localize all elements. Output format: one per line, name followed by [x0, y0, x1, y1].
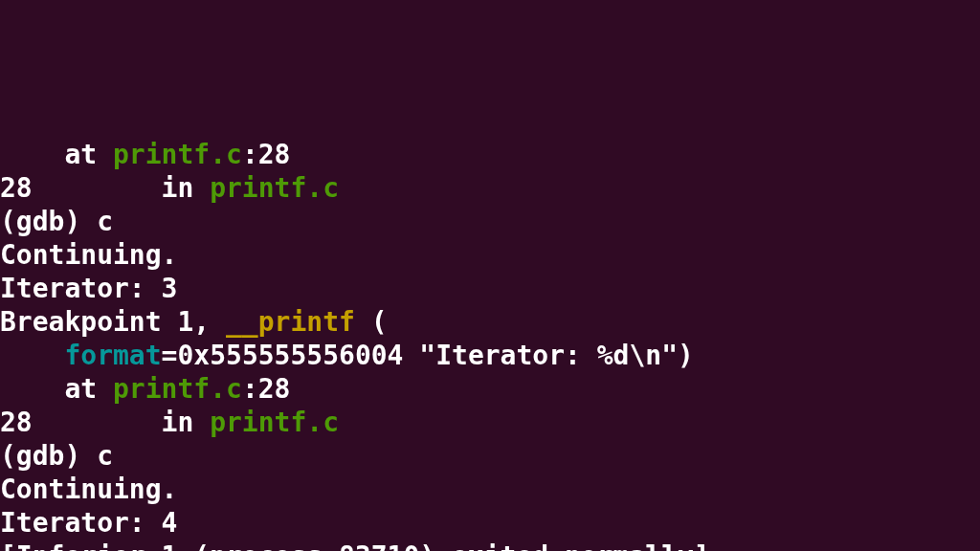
source-line: 28 in printf.c	[0, 406, 980, 439]
source-line: 28 in printf.c	[0, 171, 980, 205]
program-output: Iterator: 4	[0, 506, 980, 540]
gdb-prompt: (gdb)	[0, 206, 97, 237]
terminal-output[interactable]: at printf.c:2828 in printf.c(gdb) cConti…	[0, 138, 980, 551]
gdb-prompt-line: (gdb) c	[0, 439, 980, 473]
continuing-message: Continuing.	[0, 238, 980, 272]
program-output: Iterator: 3	[0, 272, 980, 305]
filename: printf.c	[113, 139, 242, 170]
source-location-line: at printf.c:28	[0, 138, 980, 171]
filename: printf.c	[210, 407, 339, 438]
function-name: __printf	[226, 306, 355, 338]
exit-message: [Inferior 1 (process 83710) exited norma…	[0, 540, 980, 551]
source-location-line: at printf.c:28	[0, 372, 980, 406]
continuing-message: Continuing.	[0, 473, 980, 506]
gdb-prompt-line: (gdb) c	[0, 205, 980, 238]
breakpoint-line: Breakpoint 1, __printf (	[0, 305, 980, 339]
parameter-name: format	[64, 340, 161, 371]
user-command: c	[97, 440, 113, 472]
parameter-line: format=0x555555556004 "Iterator: %d\n")	[0, 339, 980, 372]
filename: printf.c	[210, 172, 339, 204]
gdb-prompt: (gdb)	[0, 440, 97, 472]
user-command: c	[97, 206, 113, 237]
filename: printf.c	[113, 373, 242, 405]
